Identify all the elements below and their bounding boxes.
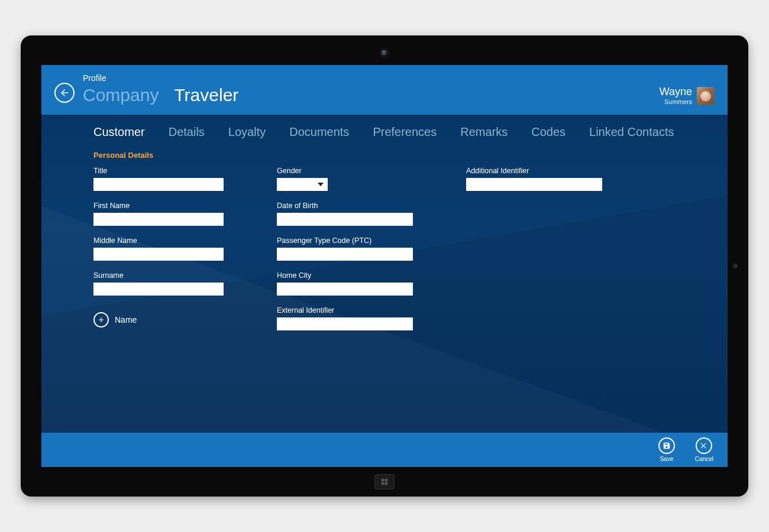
current-user-chip[interactable]: Wayne Summers [660,86,715,105]
user-last-name: Summers [660,98,692,105]
label-ptc: Passenger Type Code (PTC) [277,236,413,245]
device-led [733,264,738,268]
input-home-city[interactable] [277,283,413,296]
add-name-button[interactable]: Name [93,312,224,327]
entity-traveler-title[interactable]: Traveler [174,85,238,105]
label-home-city: Home City [277,271,413,280]
form-column-1: Title First Name Middle Name Surname [93,167,224,330]
tab-loyalty[interactable]: Loyalty [228,125,266,139]
header-titles: Profile Company Traveler [83,73,238,105]
add-name-label: Name [115,315,137,325]
plus-icon [93,312,109,327]
form-column-2: Gender Date of Birth Passenger Type Code… [277,167,413,330]
input-add-id[interactable] [466,178,602,191]
svg-rect-2 [382,482,384,485]
cancel-label: Cancel [695,456,713,462]
tablet-device-frame: Profile Company Traveler Wayne Summers C… [21,35,748,497]
device-camera [381,50,388,57]
back-arrow-icon [59,87,70,98]
tab-linked-contacts[interactable]: Linked Contacts [589,125,674,139]
label-gender: Gender [277,167,413,175]
breadcrumb: Profile [83,73,238,83]
form-column-3: Additional Identifier [466,167,602,330]
tab-customer[interactable]: Customer [93,125,145,139]
app-screen: Profile Company Traveler Wayne Summers C… [41,65,728,467]
section-personal-details: Personal Details [93,151,676,160]
label-middle-name: Middle Name [93,236,224,245]
windows-icon [380,478,389,486]
save-button[interactable]: Save [658,437,675,462]
user-first-name: Wayne [660,86,692,98]
save-icon [658,437,675,454]
svg-rect-1 [385,479,388,482]
label-first-name: First Name [93,202,224,210]
svg-rect-3 [385,482,388,485]
input-dob[interactable] [277,213,413,226]
svg-rect-0 [382,479,384,482]
cancel-icon [696,437,712,454]
tab-preferences[interactable]: Preferences [373,125,437,139]
select-gender[interactable] [277,178,328,191]
app-footer: Save Cancel [41,433,728,467]
input-title[interactable] [93,178,224,191]
input-ext-id[interactable] [277,317,413,330]
label-add-id: Additional Identifier [466,167,602,175]
cancel-button[interactable]: Cancel [695,437,713,462]
save-label: Save [660,456,673,462]
label-title: Title [93,167,224,175]
form-body: Personal Details Title First Name Middle… [41,142,728,433]
label-surname: Surname [93,271,224,280]
tab-remarks[interactable]: Remarks [460,125,508,139]
input-middle-name[interactable] [93,248,224,261]
label-ext-id: External Identifier [277,306,413,314]
tab-documents[interactable]: Documents [289,125,349,139]
input-surname[interactable] [93,283,224,296]
back-button[interactable] [54,83,75,103]
section-tabs: Customer Details Loyalty Documents Prefe… [41,115,728,142]
tab-details[interactable]: Details [169,125,205,139]
tab-codes[interactable]: Codes [531,125,566,139]
device-home-button[interactable] [374,474,395,489]
label-dob: Date of Birth [277,202,413,210]
avatar [697,87,715,105]
app-header: Profile Company Traveler Wayne Summers [41,65,728,115]
input-first-name[interactable] [93,213,224,226]
input-ptc[interactable] [277,248,413,261]
entity-company-title[interactable]: Company [83,85,159,105]
